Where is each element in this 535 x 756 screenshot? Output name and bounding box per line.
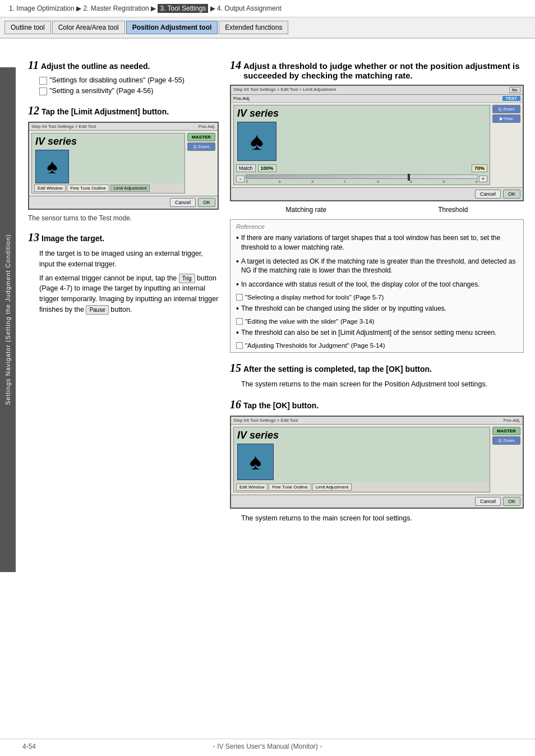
breadcrumb-item-1: 1. Image Optimization (9, 4, 75, 12)
match-value: 100% (258, 164, 276, 172)
step-14-heading: 14 Adjust a threshold to judge whether o… (230, 59, 524, 80)
ref-item-3-text: In accordance with status result of the … (241, 280, 480, 289)
device-header-14: Step 04 Tool Settings > Edit Tool > Limi… (231, 86, 523, 95)
cancel-btn-14[interactable]: Cancel (475, 190, 501, 199)
matching-threshold-labels: Matching rate Threshold (230, 206, 524, 214)
device-content-16: ♠ (234, 444, 490, 482)
zoom-btn-16[interactable]: Q Zoom (492, 436, 520, 445)
device-header-12: Step 04 Tool Settings > Edit Tool Pos-Ad… (29, 123, 218, 131)
breadcrumb-item-4: 4. Output Assignment (217, 4, 282, 12)
step-12-number: 12 (28, 104, 39, 117)
ref-link-3: "Adjusting Thresholds for Judgment" (Pag… (236, 342, 518, 349)
slider-thumb[interactable] (408, 174, 410, 181)
master-btn-12[interactable]: MASTER (187, 133, 215, 141)
step-13-text-1: If the target is to be imaged using an e… (39, 248, 219, 270)
step-16-text: The system returns to the main screen fo… (241, 513, 524, 524)
tab-extended-functions[interactable]: Extended functions (219, 21, 288, 34)
side-label: Settings Navigator (Setting the Judgment… (0, 67, 16, 572)
ref-link-1: "Selecting a display method for tools" (… (236, 294, 518, 301)
device-footer-14: Cancel OK (231, 187, 523, 200)
step-15-title: After the setting is completed, tap the … (243, 365, 432, 374)
cancel-btn-16[interactable]: Cancel (475, 497, 501, 506)
device-header-16: Step 04 Tool Settings > Edit Tool Pos-Ad… (231, 417, 523, 425)
ylow-btn-14[interactable]: ▶Ylow (492, 114, 520, 123)
ref-item-2-text: A target is detected as OK if the matchi… (241, 257, 518, 276)
ok-btn-14[interactable]: OK (503, 190, 520, 199)
reference-label: Reference (236, 223, 518, 230)
device-screen-step12: Step 04 Tool Settings > Edit Tool Pos-Ad… (28, 122, 219, 210)
zoom-btn-12[interactable]: Q Zoom (187, 142, 215, 151)
device-header-text-12: Step 04 Tool Settings > Edit Tool (31, 124, 96, 129)
iv-series-label-16: IV series (234, 427, 490, 444)
step-12-heading: 12 Tap the [Limit Adjustment] button. (28, 104, 219, 117)
bullet-icon-2 (39, 87, 47, 95)
step-11-number: 11 (28, 59, 39, 72)
plus-btn[interactable]: + (479, 176, 487, 182)
step-11-bullet-1: "Settings for disabling outlines" (Page … (39, 76, 219, 85)
blue-box-16: ♠ (237, 444, 274, 480)
slider-marks: 0aaLaaaa (246, 179, 477, 183)
device-footer-12: Cancel OK (29, 196, 218, 209)
threshold-value: 70% (472, 164, 487, 172)
device-screen-step14: Step 04 Tool Settings > Edit Tool > Limi… (230, 85, 524, 201)
pause-button[interactable]: Pause (86, 305, 108, 315)
device-screen-step16: Step 04 Tool Settings > Edit Tool Pos-Ad… (230, 416, 524, 509)
slider-row: − 0aaLaaaa + (236, 174, 487, 183)
step-16-number: 16 (230, 398, 241, 411)
tab-color-area-tool[interactable]: Color Area/Area tool (52, 21, 125, 34)
ref-link-1-text: "Selecting a display method for tools" (… (245, 294, 384, 301)
slider-container[interactable]: 0aaLaaaa (246, 174, 477, 183)
device-header-text-16: Step 04 Tool Settings > Edit Tool (233, 418, 298, 423)
master-btn-16[interactable]: MASTER (492, 427, 520, 435)
left-column: 11 Adjust the outline as needed. "Settin… (28, 50, 219, 527)
step-11-heading: 11 Adjust the outline as needed. (28, 59, 219, 72)
ref-item-5-text: The threshold can also be set in [Limit … (241, 328, 497, 338)
step-13-number: 13 (28, 231, 39, 244)
step-15-heading: 15 After the setting is completed, tap t… (230, 362, 524, 375)
device-sidebar-16: MASTER Q Zoom (492, 427, 520, 492)
breadcrumb-item-3-active: 3. Tool Settings (158, 4, 208, 13)
device-subheader-14: Pos-Adj. TEST (231, 95, 523, 103)
step-14-title: Adjust a threshold to judge whether or n… (243, 61, 524, 80)
device-sidebar-14: Q Zoom ▶Ylow (492, 105, 520, 185)
step-13-title: Image the target. (41, 234, 104, 243)
device-tabs-12: Edit Window Fine Tune Outline Limit Adju… (32, 183, 185, 193)
device-tab-limit-12: Limit Adjustment (110, 185, 150, 192)
slider-track (246, 174, 477, 179)
matching-rate-label: Matching rate (285, 206, 326, 214)
ref-icon-1 (236, 294, 243, 301)
step-11-bullet-2-text: "Setting a sensitivity" (Page 4-56) (49, 87, 153, 95)
cancel-btn-12[interactable]: Cancel (170, 198, 196, 207)
ok-btn-12[interactable]: OK (198, 198, 215, 207)
ref-link-2-text: "Editing the value with the slider" (Pag… (245, 318, 375, 325)
match-rate-area: Match 100% 70% (234, 163, 490, 173)
tab-outline-tool[interactable]: Outline tool (4, 21, 51, 34)
step-11-title: Adjust the outline as needed. (41, 62, 150, 71)
step-16-heading: 16 Tap the [OK] button. (230, 398, 524, 411)
step-15-text: The system returns to the main screen fo… (241, 379, 524, 390)
bullet-icon-1 (39, 77, 47, 85)
threshold-label: Threshold (438, 206, 468, 214)
ref-item-4: The threshold can be changed using the s… (236, 304, 518, 314)
page-footer: - IV Series User's Manual (Monitor) - (0, 739, 535, 750)
trig-button[interactable]: Trig (179, 274, 195, 283)
zoom-btn-14[interactable]: Q Zoom (492, 105, 520, 113)
breadcrumb-separator: ▶ (76, 4, 83, 12)
device-body-16: IV series ♠ Edit Window Fine Tune Outlin… (231, 425, 523, 495)
tab-position-adjustment-tool[interactable]: Position Adjustment tool (126, 21, 218, 34)
match-label: Match (236, 164, 256, 172)
device-footer-16: Cancel OK (231, 495, 523, 508)
device-tab-limit-16: Limit Adjustment (312, 483, 352, 491)
ok-btn-16[interactable]: OK (503, 497, 520, 506)
step-12-note: The sensor turns to the Test mode. (28, 214, 219, 222)
step-11-bullet-1-text: "Settings for disabling outlines" (Page … (49, 76, 185, 84)
ref-icon-2 (236, 318, 243, 325)
test-btn-14[interactable]: TEST (502, 96, 520, 101)
step-13-heading: 13 Image the target. (28, 231, 219, 244)
breadcrumb: 1. Image Optimization ▶ 2. Master Regist… (0, 0, 535, 17)
step-12-title: Tap the [Limit Adjustment] button. (41, 107, 169, 116)
ref-item-3: In accordance with status result of the … (236, 280, 518, 289)
minus-btn[interactable]: − (236, 176, 245, 182)
blue-box-14: ♠ (237, 122, 276, 161)
ref-item-1-text: If there are many variations of target s… (241, 233, 518, 252)
